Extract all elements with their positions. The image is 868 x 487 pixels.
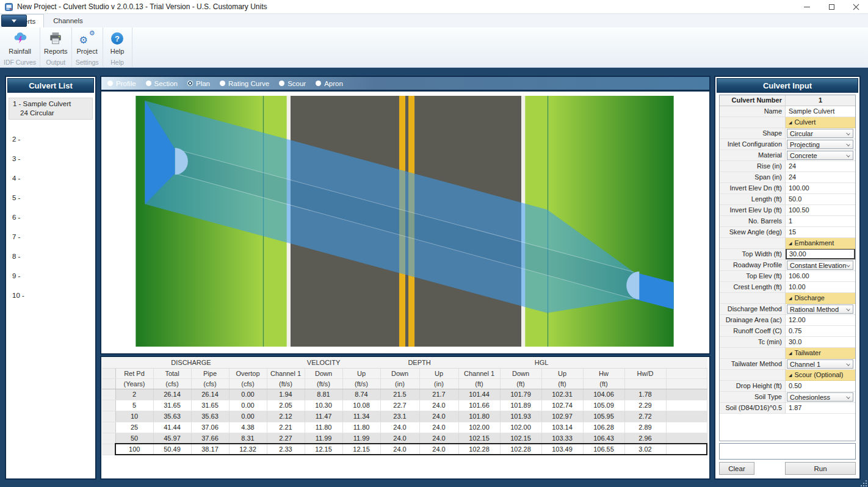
list-item[interactable]: 7 - <box>6 231 95 250</box>
plan-view-canvas[interactable] <box>101 93 709 353</box>
input-value[interactable]: Sample Culvert <box>786 106 855 117</box>
input-label <box>720 370 786 381</box>
input-row: Invert Elev Dn (ft)100.00 <box>720 183 855 194</box>
chevron-down-icon <box>846 307 850 311</box>
list-item-selected[interactable]: 1 - Sample Culvert 24 Circular <box>9 98 93 120</box>
input-value[interactable]: 1 <box>786 216 855 227</box>
table-cell: 101.89 <box>500 400 541 411</box>
section-header-tailwater[interactable]: ◢Tailwater <box>786 348 855 359</box>
row-header-cell[interactable] <box>102 433 115 444</box>
row-header-cell[interactable] <box>102 422 115 433</box>
list-item[interactable]: 3 - <box>6 153 95 172</box>
row-header-cell[interactable] <box>102 444 115 455</box>
view-option-rating-curve[interactable]: Rating Curve <box>220 80 269 87</box>
table-cell: 0.00 <box>229 400 267 411</box>
table-cell: 2.33 <box>267 444 305 455</box>
dropdown-tailwater-method[interactable]: Channel 1 <box>787 359 853 369</box>
dropdown-soil-type[interactable]: Cohesionless <box>787 392 853 402</box>
resize-grip-icon[interactable] <box>859 479 867 486</box>
table-units-header: (ft/s) <box>305 378 342 389</box>
list-item[interactable]: 10 - <box>6 289 95 309</box>
horizontal-scrollbar-thumb[interactable] <box>383 351 432 353</box>
dropdown-material[interactable]: Concrete <box>787 151 853 160</box>
culvert-input-header: Culvert Input <box>717 78 858 93</box>
dropdown-shape[interactable]: Circular <box>787 129 853 138</box>
table-cell: 101.44 <box>458 389 500 400</box>
row-header-cell[interactable] <box>102 411 115 422</box>
rainfall-button[interactable]: Rainfall <box>9 30 31 55</box>
help-button[interactable]: ? Help <box>110 30 125 55</box>
input-value[interactable]: 1.87 <box>786 403 855 414</box>
list-item[interactable]: 5 - <box>6 192 95 211</box>
table-cell: 35.63 <box>153 411 191 422</box>
input-value: 1 <box>786 95 855 106</box>
view-option-plan[interactable]: Plan <box>187 80 210 87</box>
table-row[interactable]: 531.6531.650.002.0510.3010.0822.724.0101… <box>102 400 707 411</box>
table-row[interactable]: 226.1426.140.001.948.818.7421.521.7101.4… <box>102 389 707 400</box>
dropdown-discharge-method[interactable]: Rational Method <box>787 305 853 314</box>
input-row: Invert Elev Up (ft)100.50 <box>720 205 855 216</box>
input-row: Soil TypeCohesionless <box>720 392 855 403</box>
row-header-cell[interactable] <box>102 389 115 400</box>
input-value[interactable]: 24 <box>786 172 855 183</box>
minimize-button[interactable] <box>795 0 819 14</box>
input-value[interactable]: 24 <box>786 161 855 172</box>
close-button[interactable] <box>844 0 868 14</box>
project-button[interactable]: ⚙⚙ Project <box>76 30 97 55</box>
row-header-cell <box>102 368 115 378</box>
input-value[interactable]: 100.00 <box>786 183 855 194</box>
table-column-header: Down <box>380 368 419 378</box>
view-option-section[interactable]: Section <box>146 80 178 87</box>
table-row[interactable]: 1035.6335.630.002.1211.4711.3423.124.010… <box>102 411 707 422</box>
input-value[interactable]: 15 <box>786 227 855 238</box>
input-value[interactable]: 0.75 <box>786 326 855 337</box>
maximize-button[interactable] <box>819 0 844 14</box>
input-value[interactable]: 0.50 <box>786 381 855 392</box>
section-header-culvert[interactable]: ◢Culvert <box>786 117 855 128</box>
gears-icon: ⚙⚙ <box>79 30 95 47</box>
view-option-apron[interactable]: Apron <box>316 80 343 87</box>
chevron-down-icon <box>846 395 850 399</box>
radio-icon <box>107 81 113 86</box>
table-units-header: (cfs) <box>191 378 229 389</box>
list-item[interactable]: 2 - <box>6 133 95 153</box>
dropdown-inlet-configuration[interactable]: Projecting <box>787 140 853 149</box>
table-row[interactable]: 10050.4938.1712.322.3312.1512.1524.024.0… <box>102 444 707 455</box>
focused-edit-cell[interactable]: 30.00 <box>786 249 855 259</box>
input-value[interactable]: 50.0 <box>786 194 855 205</box>
dropdown-roadway-profile[interactable]: Constant Elevation <box>787 261 853 270</box>
input-value[interactable]: 30.0 <box>786 337 855 348</box>
table-group-header-empty <box>624 358 666 368</box>
clear-button[interactable]: Clear <box>719 462 754 475</box>
section-header-discharge[interactable]: ◢Discharge <box>786 293 855 304</box>
list-item-line2: 24 Circular <box>13 109 89 118</box>
table-column-header: Channel 1 <box>267 368 305 378</box>
tab-channels[interactable]: Channels <box>45 14 91 27</box>
run-button[interactable]: Run <box>785 462 856 475</box>
input-value[interactable]: 12.00 <box>786 315 855 326</box>
input-value[interactable]: 10.00 <box>786 282 855 293</box>
table-row[interactable]: 5045.9737.668.312.2711.9911.9924.024.010… <box>102 433 707 444</box>
table-column-header: Pipe <box>191 368 229 378</box>
section-header-embankment[interactable]: ◢Embankment <box>786 238 855 249</box>
list-item[interactable]: 8 - <box>6 250 95 270</box>
list-item[interactable]: 4 - <box>6 172 95 192</box>
collapse-triangle-icon: ◢ <box>789 351 792 355</box>
section-title: Embankment <box>794 239 834 247</box>
table-row[interactable]: 2541.4437.064.382.2111.8011.8024.024.010… <box>102 422 707 433</box>
results-table[interactable]: DISCHARGEVELOCITYDEPTHHGLRet PdTotalPipe… <box>102 358 707 455</box>
reports-button[interactable]: Reports <box>44 30 68 55</box>
table-cell: 8.31 <box>229 433 267 444</box>
input-value[interactable]: 106.00 <box>786 271 855 282</box>
view-option-scour[interactable]: Scour <box>279 80 306 87</box>
app-menu-button[interactable] <box>1 15 27 27</box>
view-option-label: Section <box>154 80 178 87</box>
table-cell: 1.94 <box>267 389 305 400</box>
section-header-scour-optional-[interactable]: ◢Scour (Optional) <box>786 370 855 381</box>
list-item[interactable]: 9 - <box>6 270 95 289</box>
row-header-cell[interactable] <box>102 400 115 411</box>
list-item[interactable]: 6 - <box>6 211 95 231</box>
dropdown-value: Concrete <box>790 152 817 159</box>
view-option-profile[interactable]: Profile <box>107 80 136 87</box>
input-value[interactable]: 100.50 <box>786 205 855 216</box>
